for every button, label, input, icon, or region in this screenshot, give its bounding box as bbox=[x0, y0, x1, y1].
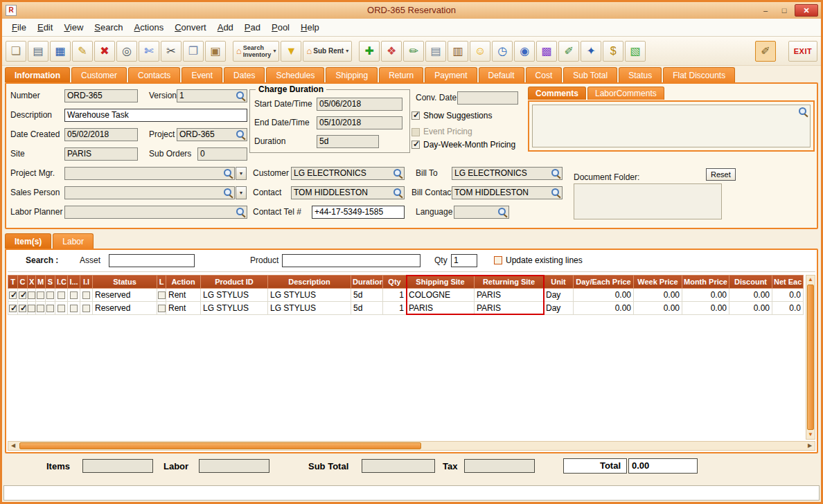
duration-cell[interactable]: 5d bbox=[351, 302, 383, 315]
month-price-cell[interactable]: 0.00 bbox=[682, 302, 729, 315]
flag-cell[interactable] bbox=[80, 289, 93, 302]
column-header[interactable]: I.I bbox=[80, 276, 93, 289]
print-batch-button[interactable]: ▤ bbox=[425, 41, 446, 62]
tab-schedules[interactable]: Schedules bbox=[266, 67, 324, 82]
menu-file[interactable]: File bbox=[6, 20, 32, 35]
flag-cell[interactable] bbox=[8, 289, 18, 302]
l-cell[interactable] bbox=[157, 289, 166, 302]
flag-cell[interactable] bbox=[68, 289, 80, 302]
add-item-button[interactable]: ✚ bbox=[359, 41, 380, 62]
reset-button[interactable]: Reset bbox=[706, 168, 736, 181]
update-existing-lines-checkbox[interactable] bbox=[494, 256, 502, 264]
l-cell[interactable] bbox=[157, 302, 166, 315]
column-header[interactable]: Discount bbox=[729, 276, 772, 289]
save-button[interactable]: ▦ bbox=[50, 41, 71, 62]
column-header[interactable]: Duration bbox=[351, 276, 383, 289]
sub-orders-field[interactable]: 0 bbox=[197, 147, 247, 161]
net-each-cell[interactable]: 0.0 bbox=[772, 289, 804, 302]
week-price-cell[interactable]: 0.00 bbox=[634, 302, 682, 315]
flag-checkbox[interactable] bbox=[19, 291, 26, 299]
search-icon[interactable] bbox=[236, 129, 246, 140]
table-row[interactable]: Reserved Rent LG STYLUS LG STYLUS 5d 1 P… bbox=[8, 302, 804, 315]
asset-input[interactable] bbox=[109, 254, 195, 267]
edit-note-button[interactable]: ✏ bbox=[403, 41, 424, 62]
flag-cell[interactable] bbox=[8, 302, 18, 315]
day-each-price-cell[interactable]: 0.00 bbox=[574, 302, 634, 315]
tab-sub-total[interactable]: Sub Total bbox=[563, 67, 617, 82]
net-each-cell[interactable]: 0.0 bbox=[772, 302, 804, 315]
flag-cell[interactable] bbox=[46, 289, 55, 302]
description-field[interactable]: Warehouse Task bbox=[64, 109, 247, 122]
column-header[interactable]: Month Price bbox=[682, 276, 729, 289]
search-inventory-button[interactable]: ⌂ Search Inventory ▾ bbox=[233, 41, 279, 62]
flag-checkbox[interactable] bbox=[57, 305, 65, 312]
tab-customer[interactable]: Customer bbox=[71, 67, 127, 82]
day-week-month-checkbox[interactable] bbox=[412, 141, 420, 149]
flag-cell[interactable] bbox=[36, 289, 46, 302]
column-header[interactable]: I.C bbox=[55, 276, 68, 289]
sales-person-field[interactable] bbox=[64, 186, 235, 199]
day-each-price-cell[interactable]: 0.00 bbox=[574, 289, 634, 302]
column-header[interactable]: I... bbox=[68, 276, 80, 289]
key-button[interactable]: ✦ bbox=[581, 41, 601, 62]
note-button[interactable]: ✐ bbox=[558, 41, 579, 62]
event-pricing-checkbox[interactable] bbox=[412, 128, 420, 136]
returning-site-cell[interactable]: PARIS bbox=[475, 302, 544, 315]
project-field[interactable]: ORD-365 bbox=[177, 128, 247, 141]
search-icon[interactable] bbox=[223, 188, 233, 198]
tab-event[interactable]: Event bbox=[182, 67, 222, 82]
flag-checkbox[interactable] bbox=[28, 291, 35, 299]
column-header[interactable]: Qty bbox=[383, 276, 407, 289]
new-document-button[interactable]: ❏ bbox=[6, 41, 26, 62]
flag-checkbox[interactable] bbox=[19, 305, 26, 312]
menu-help[interactable]: Help bbox=[295, 20, 325, 35]
flag-checkbox[interactable] bbox=[46, 291, 54, 299]
flag-checkbox[interactable] bbox=[28, 305, 35, 312]
money-button[interactable]: $ bbox=[603, 41, 623, 62]
flag-cell[interactable] bbox=[55, 302, 68, 315]
week-price-cell[interactable]: 0.00 bbox=[634, 289, 682, 302]
vertical-scrollbar[interactable]: ▲ ▼ bbox=[806, 275, 815, 440]
group-button[interactable]: ❖ bbox=[381, 41, 402, 62]
conv-date-field[interactable] bbox=[457, 91, 518, 105]
flag-cell[interactable] bbox=[28, 302, 36, 315]
menu-search[interactable]: Search bbox=[89, 20, 128, 35]
month-price-cell[interactable]: 0.00 bbox=[682, 289, 729, 302]
search-icon[interactable] bbox=[393, 168, 403, 179]
flag-cell[interactable] bbox=[28, 289, 36, 302]
column-header[interactable]: X bbox=[28, 276, 36, 289]
scroll-up-icon[interactable]: ▲ bbox=[806, 276, 815, 284]
scroll-left-icon[interactable]: ◀ bbox=[8, 442, 18, 450]
column-header[interactable]: T bbox=[8, 276, 18, 289]
search-icon[interactable] bbox=[798, 107, 808, 117]
search-icon[interactable] bbox=[551, 168, 561, 179]
flag-cell[interactable] bbox=[18, 302, 28, 315]
column-header[interactable]: Day/Each Price bbox=[574, 276, 634, 289]
menu-pool[interactable]: Pool bbox=[266, 20, 295, 35]
flag-checkbox[interactable] bbox=[46, 305, 54, 312]
scroll-right-icon[interactable]: ▶ bbox=[805, 442, 815, 450]
vertical-scrollbar-thumb[interactable] bbox=[807, 285, 814, 430]
horizontal-scrollbar-thumb[interactable] bbox=[19, 442, 421, 449]
unit-cell[interactable]: Day bbox=[544, 289, 574, 302]
search-icon[interactable] bbox=[236, 207, 246, 217]
tab-default[interactable]: Default bbox=[479, 67, 524, 82]
cut-line-button[interactable]: ✄ bbox=[139, 41, 159, 62]
qty-input[interactable]: 1 bbox=[451, 254, 477, 267]
minimize-button[interactable]: – bbox=[757, 4, 774, 17]
search-icon[interactable] bbox=[236, 91, 246, 101]
sub-rent-button[interactable]: ⌂ Sub Rent ▾ bbox=[303, 41, 352, 62]
tab-information[interactable]: Information bbox=[5, 67, 70, 82]
maximize-button[interactable]: □ bbox=[776, 4, 793, 17]
discount-cell[interactable]: 0.00 bbox=[729, 302, 772, 315]
tab-return[interactable]: Return bbox=[379, 67, 423, 82]
column-header[interactable]: Product ID bbox=[201, 276, 268, 289]
tab-labor[interactable]: Labor bbox=[53, 233, 94, 249]
flag-cell[interactable] bbox=[68, 302, 80, 315]
qty-cell[interactable]: 1 bbox=[383, 302, 407, 315]
search-icon[interactable] bbox=[551, 188, 561, 198]
search-icon[interactable] bbox=[223, 168, 233, 179]
smiley-button[interactable]: ☺ bbox=[470, 41, 490, 62]
language-field[interactable] bbox=[454, 206, 509, 219]
flag-checkbox[interactable] bbox=[37, 305, 44, 312]
